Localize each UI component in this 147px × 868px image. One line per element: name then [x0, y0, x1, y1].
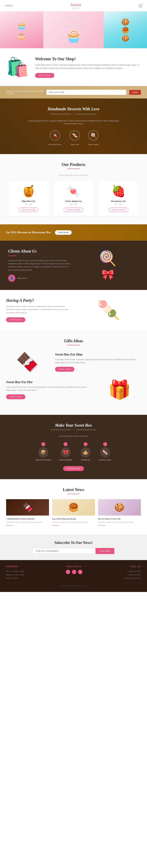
products-grid: 🍯 Ripe Kiwi Jar $25 – $35 SELECT OPTIONS… [6, 180, 141, 216]
party-text: Lorem ipsum dolor sit amet, consectetur … [6, 305, 70, 314]
client-avatar-icon: 👤 [8, 275, 15, 282]
cart-icon[interactable]: 🛒 [139, 3, 143, 8]
step-4-label: Choose Candy [99, 459, 111, 461]
hero-cupcake-icon: 🧁 [65, 28, 82, 43]
news-title-3: How To Choose A Sweet Gift [98, 518, 141, 520]
subscribe-title: Subscribe To Our News! [6, 541, 141, 545]
sweet-label: Sweet Gifts [70, 144, 79, 146]
products-title: Our Products [6, 162, 141, 167]
citrus-jar-select-button[interactable]: SELECT OPTIONS [64, 208, 83, 212]
news-read-more-3[interactable]: Read more [98, 525, 141, 526]
news-text-1: Lorem ipsum dolor sit amet consectetur a… [6, 521, 49, 524]
news-img-3: 🍪 [98, 499, 141, 516]
cupcake-icon-1: 🧁 [16, 20, 27, 30]
other-candy-icon: 🍭 [88, 130, 99, 141]
handmade-icon-chocolate: 🍫 Chocolate Sweets [48, 130, 62, 146]
welcome-section: 🛍️ Welcome To Our Shop! Lorem ipsum dolo… [0, 48, 147, 86]
strawberry-jar-icon: 🍓 [101, 185, 136, 198]
footer-email[interactable]: info@sweetbeans.com [124, 577, 141, 580]
news-read-more-2[interactable]: Read more [52, 525, 95, 526]
chocolate-icon: 🍫 [50, 130, 60, 141]
news-img-2: 🥮 [52, 499, 95, 516]
citrus-jar-icon: 🍬 [57, 185, 90, 198]
signup-send-button[interactable]: SEND [129, 90, 141, 95]
google-plus-icon[interactable]: g [78, 570, 82, 574]
news-title-1: 7 Health Benefits of Dark Chocolate [6, 518, 49, 520]
news-card-3: 🍪 How To Choose A Sweet Gift Lorem ipsum… [98, 499, 141, 527]
products-subtitle: Lorem ipsum dolor sit amet consectetur [6, 174, 141, 176]
party-title: Having A Party? [6, 298, 70, 303]
footer: Opening Mon – Fri: 9:00 – 18:00 Saturday… [0, 560, 147, 592]
clients-divider [8, 256, 16, 256]
clients-section: Clients About Us Lorem ipsum dolor sit a… [0, 241, 147, 290]
sweet-box-text: Lorem ipsum dolor sit amet consectetur [6, 435, 141, 437]
gifts-section: Gifts Ideas 🍫 Sweet Box For Him Lorem ip… [0, 331, 147, 415]
kiwi-jar-name: Ripe Kiwi Jar [11, 200, 46, 202]
dark-chocolate-icon: 🍫 [23, 502, 33, 512]
gifts-divider [67, 345, 80, 345]
step-2-label: Choose Ribbon [59, 459, 72, 461]
product-card-citrus: 🍬 Citrus Splash Jar $25 – $35 SELECT OPT… [53, 180, 94, 216]
cupcake-icon-2: 🎂 [17, 31, 26, 40]
signup-email-input[interactable] [46, 90, 126, 95]
subscribe-email-input[interactable] [33, 548, 96, 554]
strawberry-jar-select-button[interactable]: SELECT OPTIONS [109, 208, 128, 212]
gift-him-shop-button[interactable]: SHOP NOW [55, 367, 74, 372]
kiwi-jar-price: $25 – $35 [11, 203, 46, 205]
gift-him-image: 🍫 [6, 351, 49, 373]
step-1-number: 1 [41, 442, 45, 446]
news-text-3: Lorem ipsum dolor sit amet consectetur a… [98, 521, 141, 524]
twitter-icon[interactable]: t [72, 570, 76, 574]
gift-him-row: 🍫 Sweet Box For Him Lorem ipsum dolor si… [6, 351, 141, 373]
party-section: Having A Party? Lorem ipsum dolor sit am… [0, 290, 147, 331]
gift-him-title: Sweet Box For Him [55, 353, 141, 356]
sweet-box-order-button[interactable]: ORDER NOW [63, 466, 84, 471]
news-section: Latest News 🍫 7 Health Benefits of Dark … [0, 479, 147, 535]
macaron-icon-3: 🍪 [122, 34, 129, 42]
party-image: 🍡 [77, 299, 141, 321]
handmade-icon-sweet: 🍬 Sweet Gifts [70, 130, 80, 146]
footer-hours-1: Mon – Fri: 9:00 – 18:00 [6, 570, 24, 573]
footer-hours-3: Sunday: Closed [6, 577, 24, 580]
step-3-label: Choose Pie [80, 459, 90, 461]
clients-image: 🍭 🎀 [77, 250, 139, 281]
discount-shop-button[interactable]: SHOP NOW [55, 230, 72, 235]
menu-toggle[interactable]: ≡ MENU [4, 4, 13, 7]
footer-opening-title: Opening [6, 565, 24, 568]
facebook-icon[interactable]: f [66, 570, 70, 574]
strawberry-jar-name: Strawberry Jar [101, 200, 136, 202]
handmade-section: Handmade Desserts With Love ✦ Lorem ipsu… [0, 98, 147, 154]
subscribe-button[interactable]: SUBSCRIBE [96, 548, 114, 554]
gifts-title: Gifts Ideas [6, 339, 141, 343]
gift-her-title: Sweet Box For Her [6, 380, 92, 384]
subscribe-section: Subscribe To Our News! SUBSCRIBE [0, 534, 147, 560]
footer-columns: Opening Mon – Fri: 9:00 – 18:00 Saturday… [6, 565, 141, 580]
news-divider [67, 494, 80, 494]
site-logo[interactable]: Sweet BEANS [70, 2, 81, 9]
handmade-title: Handmade Desserts With Love [6, 107, 141, 111]
discount-banner: Get 30% Discount on Macaroons Box SHOP N… [0, 224, 147, 241]
product-card-strawberry: 🍓 Strawberry Jar $25 – $35 SELECT OPTION… [98, 180, 139, 216]
step-2-number: 2 [64, 442, 68, 446]
pie-icon: 🥧 [80, 447, 90, 458]
gift-her-shop-button[interactable]: SHOP NOW [6, 394, 25, 399]
news-read-more-1[interactable]: Read more [6, 525, 49, 526]
welcome-shop-button[interactable]: SHOP NOW [35, 73, 54, 78]
party-shop-button[interactable]: SHOP NOW [6, 317, 25, 322]
macaron-icon-2: 🥮 [122, 27, 129, 33]
news-title: Latest News [6, 487, 141, 492]
products-divider [67, 168, 80, 169]
kiwi-jar-select-button[interactable]: SELECT OPTIONS [19, 208, 38, 212]
news-title-2: Easy French Macarons Recipe [52, 518, 95, 520]
candy-jar-icon: 🍭 [99, 250, 117, 267]
footer-social-icons: f t g [32, 570, 116, 574]
footer-col-contact: Call Us +1 (800) 555-0100 +1 (800) 555-0… [124, 565, 141, 580]
hero-panel-left: 🧁 🎂 [0, 11, 43, 48]
welcome-title: Welcome To Our Shop! [35, 57, 141, 61]
news-grid: 🍫 7 Health Benefits of Dark Chocolate Lo… [6, 499, 141, 527]
footer-hours-2: Saturday: 10:00 – 16:00 [6, 573, 24, 577]
citrus-jar-name: Citrus Splash Jar [57, 200, 90, 202]
chocolate-box-icon: 🍫 [16, 352, 39, 372]
discount-text: Get 30% Discount on Macaroons Box [6, 231, 51, 234]
clients-title: Clients About Us [8, 249, 70, 254]
